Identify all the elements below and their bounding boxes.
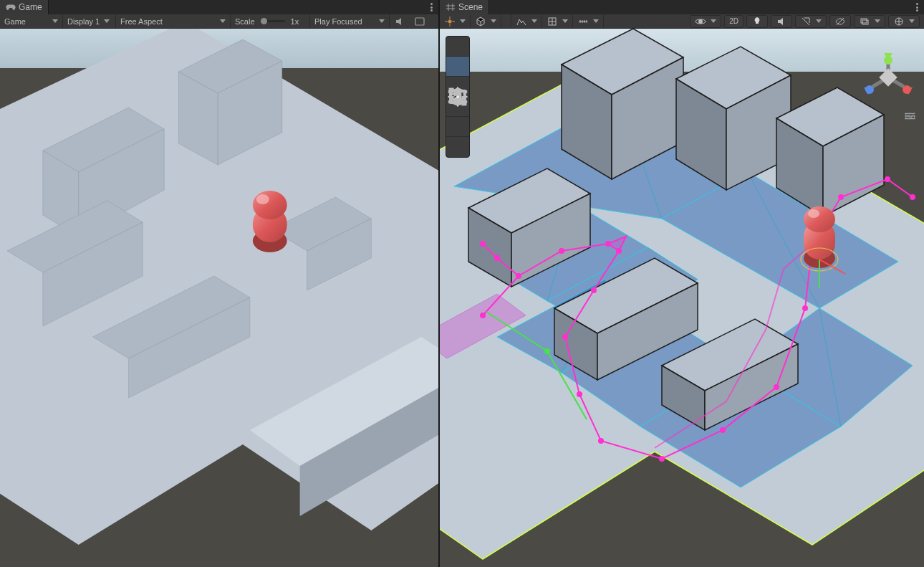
aspect-label: Free Aspect	[120, 17, 163, 26]
audio-toggle[interactable]	[771, 15, 792, 28]
scene-panel-menu[interactable]	[910, 0, 924, 14]
game-toolbar: Game Display 1 Free Aspect Scale 1x Play…	[0, 14, 438, 29]
game-tab-label: Game	[19, 2, 42, 12]
svg-point-83	[808, 209, 819, 218]
shading-mode-button[interactable]	[471, 14, 501, 28]
scale-label: Scale	[235, 17, 255, 26]
svg-point-61	[516, 273, 521, 279]
svg-point-79	[545, 349, 549, 353]
fx-icon	[800, 16, 812, 27]
camera-settings-button[interactable]	[690, 15, 721, 28]
scene-viewport[interactable]: Iso	[440, 29, 924, 567]
chevron-down-icon	[909, 19, 915, 23]
snap-icon	[547, 16, 558, 27]
stats-button[interactable]	[410, 14, 430, 28]
svg-point-22	[448, 19, 452, 23]
svg-point-66	[562, 334, 568, 340]
game-target-dropdown[interactable]: Game	[0, 14, 63, 28]
mute-button[interactable]	[390, 14, 410, 28]
ruler-icon	[577, 16, 589, 27]
svg-point-65	[591, 287, 597, 293]
scale-control[interactable]: Scale 1x	[231, 14, 309, 28]
pivot-mode-button[interactable]	[440, 14, 471, 28]
editor-split: Game Game Display 1 Free Aspect Scale	[0, 0, 924, 567]
display-label: Display 1	[67, 17, 100, 26]
game-tabbar: Game	[0, 0, 438, 14]
svg-point-72	[802, 305, 808, 311]
display-dropdown[interactable]: Display 1	[63, 14, 116, 28]
chevron-down-icon	[52, 19, 58, 23]
svg-point-82	[804, 206, 835, 232]
layers-icon	[859, 16, 870, 27]
chevron-down-icon	[460, 19, 466, 23]
chevron-down-icon	[875, 19, 880, 23]
scene-toolbar: 2D	[440, 14, 924, 29]
svg-point-76	[910, 194, 915, 200]
fx-toggle[interactable]	[795, 15, 827, 28]
chevron-down-icon	[711, 19, 716, 23]
controller-icon	[6, 3, 16, 11]
scene-tool-column	[446, 36, 470, 158]
scene-tab-label: Scene	[458, 2, 483, 12]
drawmode-icon	[516, 16, 527, 27]
stats-icon	[414, 16, 425, 27]
svg-point-21	[256, 194, 269, 204]
chevron-down-icon	[379, 19, 385, 23]
iso-lines-icon	[905, 112, 915, 120]
game-viewport[interactable]	[0, 29, 438, 567]
aspect-dropdown[interactable]: Free Aspect	[116, 14, 231, 28]
chevron-down-icon	[816, 19, 822, 23]
game-panel-menu[interactable]	[424, 0, 438, 14]
kebab-icon	[916, 3, 918, 11]
layers-button[interactable]	[854, 15, 885, 28]
audio-icon	[394, 16, 405, 27]
game-tab[interactable]: Game	[0, 0, 49, 14]
visibility-toggle[interactable]	[829, 15, 851, 28]
svg-rect-26	[861, 19, 867, 23]
chevron-down-icon	[104, 19, 110, 23]
scene-tabbar: Scene	[440, 0, 924, 14]
game-panel: Game Game Display 1 Free Aspect Scale	[0, 0, 440, 567]
eye-off-icon	[834, 16, 846, 27]
scale-slider[interactable]	[261, 20, 285, 22]
kebab-icon	[430, 3, 433, 11]
chevron-down-icon	[593, 19, 599, 23]
chevron-down-icon	[562, 19, 568, 23]
game-target-label: Game	[4, 17, 26, 26]
projection-label[interactable]: Iso	[905, 112, 915, 120]
chevron-down-icon	[220, 19, 226, 23]
svg-rect-0	[415, 18, 424, 25]
svg-point-67	[577, 391, 582, 397]
svg-point-60	[480, 313, 486, 318]
transform-tool[interactable]	[446, 137, 469, 157]
view-2d-toggle[interactable]: 2D	[724, 15, 743, 28]
lighting-toggle[interactable]	[746, 15, 768, 28]
play-focused-label: Play Focused	[314, 17, 362, 26]
svg-point-24	[698, 19, 703, 24]
svg-point-74	[838, 194, 844, 200]
agent-capsule	[253, 191, 287, 252]
btn-2d-label: 2D	[729, 17, 738, 25]
lightbulb-icon	[751, 16, 763, 27]
snap-button[interactable]	[542, 14, 573, 28]
svg-point-69	[659, 456, 665, 462]
svg-point-75	[885, 176, 890, 182]
svg-point-20	[253, 191, 287, 219]
scene-tab[interactable]: Scene	[440, 0, 489, 14]
svg-rect-27	[862, 20, 868, 24]
gizmos-button[interactable]	[888, 15, 920, 28]
draw-mode-button[interactable]	[511, 14, 542, 28]
cube-icon	[475, 16, 486, 27]
scene-grid-icon	[446, 3, 456, 11]
svg-point-71	[774, 384, 779, 390]
increment-snap-button[interactable]	[573, 14, 604, 28]
gizmo-icon	[893, 16, 905, 27]
svg-point-63	[605, 241, 611, 247]
camera-orbit-icon	[695, 16, 706, 27]
svg-point-78	[480, 241, 486, 247]
svg-point-64	[616, 248, 622, 254]
play-focused-dropdown[interactable]: Play Focused	[309, 14, 390, 28]
svg-point-62	[559, 248, 564, 254]
chevron-down-icon	[491, 19, 496, 23]
audio-icon	[776, 16, 787, 27]
